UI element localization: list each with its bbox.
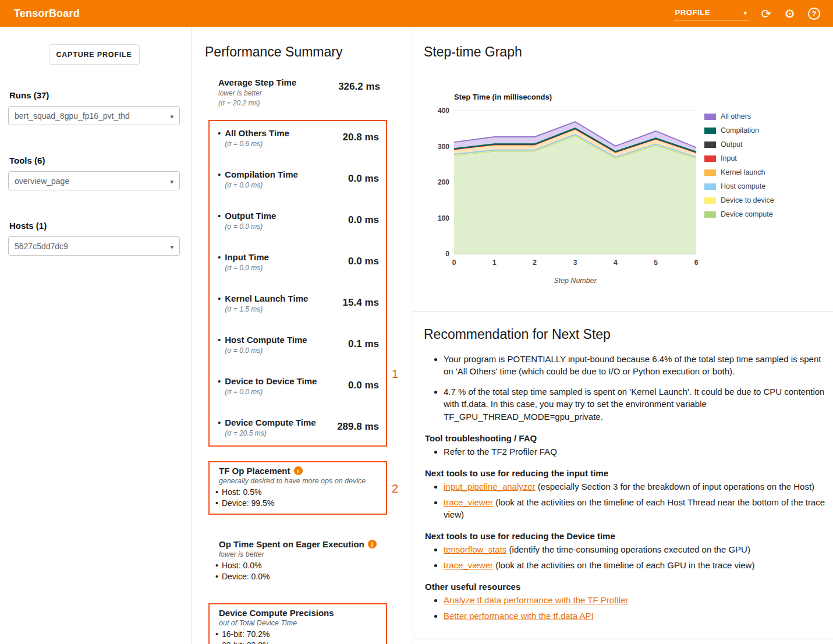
chart-area: Step Time (in milliseconds) 010020030040… (430, 93, 821, 288)
step-time-breakdown-box: 1 All Others Time (σ = 0.6 ms) 20.8 ms C… (208, 120, 387, 447)
resources-heading: Other useful resources (425, 582, 821, 592)
metric-label: Input Time (225, 252, 269, 262)
device-tools-heading: Next tools to use for reducing the Devic… (425, 531, 821, 541)
bullet-icon (218, 335, 221, 355)
metric-sigma: (σ = 0.0 ms) (225, 346, 307, 355)
tfdata-performance-link[interactable]: Analyze tf.data performance with the TF … (444, 595, 628, 605)
runs-select[interactable]: bert_squad_8gpu_fp16_pvt_thd (8, 106, 180, 125)
faq-heading: Tool troubleshooting / FAQ (425, 433, 821, 443)
tfdata-api-link[interactable]: Better performance with the tf.data API (444, 611, 594, 621)
annotation-number-2: 2 (392, 482, 398, 496)
resource-bullet: Analyze tf.data performance with the TF … (444, 594, 833, 606)
metric-value: 0.0 ms (348, 173, 379, 189)
hosts-select-value: 5627c5dd7dc9 (15, 242, 68, 251)
svg-text:4: 4 (614, 259, 618, 267)
tools-select-value: overview_page (15, 176, 69, 186)
metric-label: Kernel Launch Time (225, 293, 308, 303)
metric-row: Input Time (σ = 0.0 ms) 0.0 ms (217, 252, 379, 272)
device-percentage: Device: 99.5% (222, 498, 274, 509)
info-icon[interactable] (368, 540, 377, 549)
tool-bullet-text: (identify the time-consuming operations … (506, 544, 750, 554)
legend-swatch (704, 211, 716, 218)
metric-label: All Others Time (225, 128, 289, 138)
reload-icon[interactable]: ⟳ (761, 8, 772, 20)
tensorflow-stats-link[interactable]: tensorflow_stats (444, 544, 506, 554)
capture-profile-button[interactable]: CAPTURE PROFILE (49, 44, 140, 65)
tool-bullet: trace_viewer (look at the activities on … (444, 496, 833, 521)
svg-text:5: 5 (654, 259, 658, 267)
metric-value: 15.4 ms (343, 297, 379, 313)
tools-select[interactable]: overview_page (8, 171, 180, 190)
precision-16bit: 16-bit: 70.2% (222, 629, 270, 640)
legend-label: Device compute (721, 210, 773, 218)
bullet-icon (215, 560, 218, 571)
legend-swatch (704, 183, 716, 190)
svg-text:0: 0 (445, 250, 449, 258)
legend-label: All others (721, 112, 751, 121)
chart-title: Step Time (in milliseconds) (454, 93, 821, 101)
precisions-title: Device Compute Precisions (219, 608, 380, 618)
legend-item: Device to device (704, 196, 774, 204)
trace-viewer-link[interactable]: trace_viewer (444, 560, 493, 570)
performance-summary-heading: Performance Summary (205, 44, 413, 60)
performance-summary-panel: Performance Summary Average Step Time lo… (192, 27, 413, 644)
metric-label: Host Compute Time (225, 335, 307, 345)
bullet-icon (215, 498, 218, 509)
legend-swatch (704, 128, 716, 134)
eager-execution-title: Op Time Spent on Eager Execution (219, 539, 380, 549)
resource-bullet: Better performance with the tf.data API (444, 610, 833, 622)
metric-value: 326.2 ms (338, 81, 380, 107)
block-note: lower is better (219, 550, 380, 558)
hosts-select[interactable]: 5627c5dd7dc9 (8, 236, 180, 256)
chevron-down-icon (170, 176, 173, 186)
tf-op-placement-title: TF Op Placement (219, 466, 380, 476)
recommendation-list: Your program is POTENTIALLY input-bound … (424, 353, 825, 423)
metric-row: Host Compute Time (σ = 0.0 ms) 0.1 ms (217, 335, 379, 355)
legend-item: Host compute (704, 182, 774, 190)
faq-list: Refer to the TF2 Profiler FAQ (424, 445, 833, 458)
right-panel: Step-time Graph Step Time (in millisecon… (413, 27, 833, 644)
step-time-chart: 01002003004000123456Step Number (430, 105, 703, 288)
metric-row: Output Time (σ = 0.0 ms) 0.0 ms (217, 211, 379, 231)
input-pipeline-analyzer-link[interactable]: input_pipeline_analyzer (444, 482, 536, 491)
metric-row: Kernel Launch Time (σ = 1.5 ms) 15.4 ms (217, 293, 379, 313)
metric-sigma: (σ = 20.2 ms) (218, 99, 296, 107)
dashboard-select[interactable]: PROFILE (674, 7, 749, 20)
metric-row: Device to Device Time (σ = 0.0 ms) 0.0 m… (217, 376, 379, 396)
device-tools-list: tensorflow_stats (identify the time-cons… (424, 543, 833, 571)
bullet-icon (218, 211, 221, 231)
average-step-time-row: Average Step Time lower is better (σ = 2… (218, 77, 380, 107)
help-icon[interactable]: ? (808, 8, 820, 20)
legend-label: Kernel launch (721, 168, 765, 176)
metric-label: Device to Device Time (225, 376, 317, 386)
metric-value: 0.1 ms (348, 338, 379, 355)
eager-execution-block: Op Time Spent on Eager Execution lower i… (208, 535, 387, 583)
info-icon[interactable] (294, 466, 303, 475)
device-compute-precisions-box: 3 Device Compute Precisions out of Total… (208, 603, 387, 644)
legend-item: Device compute (704, 210, 774, 218)
block-title-text: Device Compute Precisions (219, 608, 334, 618)
tool-bullet: tensorflow_stats (identify the time-cons… (444, 543, 833, 555)
legend-item: All others (704, 112, 774, 121)
settings-gear-icon[interactable]: ⚙ (784, 8, 795, 20)
tools-label: Tools (6) (9, 155, 180, 165)
resources-list: Analyze tf.data performance with the TF … (424, 594, 833, 622)
trace-viewer-link[interactable]: trace_viewer (444, 497, 493, 507)
bullet-icon (215, 629, 218, 640)
dashboard-select-value: PROFILE (675, 8, 711, 17)
svg-text:200: 200 (438, 178, 449, 186)
tool-bullet-text: (look at the activities on the timeline … (493, 560, 754, 570)
legend-swatch (704, 169, 716, 176)
chevron-down-icon (170, 111, 173, 121)
block-title-text: TF Op Placement (219, 466, 290, 476)
precision-32bit: 32-bit: 29.8% (222, 640, 270, 644)
sidebar: CAPTURE PROFILE Runs (37) bert_squad_8gp… (0, 27, 192, 644)
legend-item: Compilation (704, 126, 774, 135)
host-percentage: Host: 0.0% (222, 560, 261, 571)
metric-sigma: (σ = 1.5 ms) (225, 305, 308, 313)
step-time-graph-heading: Step-time Graph (424, 44, 821, 60)
svg-text:100: 100 (438, 214, 449, 222)
svg-text:2: 2 (533, 259, 537, 267)
annotation-number-1: 1 (392, 367, 398, 381)
svg-text:0: 0 (452, 259, 456, 267)
